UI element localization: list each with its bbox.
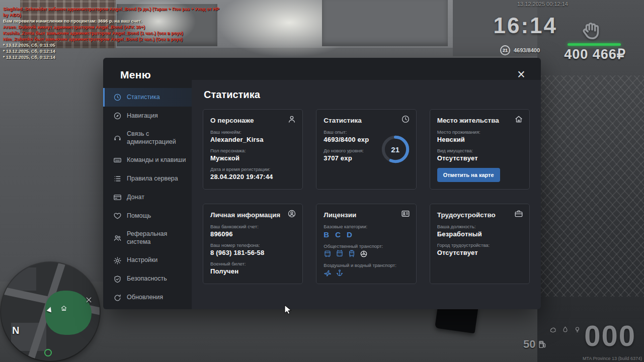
sidebar-item-referral-system[interactable]: Реферальная система bbox=[103, 225, 192, 251]
sidebar-item-label: Помощь bbox=[127, 212, 151, 220]
sidebar-item-server-rules[interactable]: Правила сервера bbox=[103, 169, 192, 188]
home-icon bbox=[514, 115, 523, 124]
field-value: Alexander_Kirsa bbox=[210, 136, 295, 143]
field-value: Отсутствует bbox=[437, 249, 522, 256]
license-category-d: D bbox=[347, 230, 352, 239]
field-label: Базовые категории: bbox=[324, 224, 409, 229]
chat-line: Arsen_Dubovik кикнут администратором Ang… bbox=[3, 24, 224, 30]
people-icon bbox=[113, 234, 122, 242]
mark-on-map-button[interactable]: Отметить на карте bbox=[437, 168, 500, 182]
briefcase-icon bbox=[514, 209, 523, 218]
level-badge: 21 bbox=[381, 135, 410, 164]
sidebar-item-label: Связь с администрацией bbox=[127, 130, 188, 146]
license-category-c: C bbox=[335, 230, 341, 239]
chat-line: * 13.12.2025, Сб, 0:11:05 bbox=[3, 42, 224, 48]
card-title: Лицензии bbox=[324, 211, 356, 219]
card-licenses: Лицензии Базовые категории: B C D Общест… bbox=[316, 204, 416, 284]
fist-icon bbox=[580, 19, 603, 42]
anchor-icon bbox=[336, 269, 344, 277]
clock-icon bbox=[113, 93, 122, 102]
chat-line: * 13.12.2025, Сб, 0:12:14 bbox=[3, 48, 224, 54]
oil-icon bbox=[561, 326, 569, 333]
sidebar-item-settings[interactable]: Настройки bbox=[103, 251, 192, 270]
chat-line: Siegfried_Schneider забанен администрато… bbox=[3, 6, 224, 18]
building bbox=[322, 0, 448, 46]
sidebar-item-security[interactable]: Безопасность bbox=[103, 270, 192, 289]
field-value: 8 (963) 181-56-58 bbox=[210, 249, 295, 256]
field-air-water-transport: Воздушный и водный транспорт: bbox=[324, 262, 409, 277]
field-label: Ваша должность: bbox=[437, 224, 522, 229]
sidebar-item-navigation[interactable]: Навигация bbox=[103, 107, 192, 125]
lights-icon bbox=[574, 326, 581, 333]
card-about-character: О персонаже Ваш никнейм: Alexander_Kirsa… bbox=[203, 109, 303, 190]
sidebar-item-label: Обновления bbox=[127, 294, 163, 302]
card-title: Трудоустройство bbox=[437, 211, 496, 219]
field-label: Дата и время регистрации: bbox=[210, 166, 295, 172]
field-label: Ваш никнейм: bbox=[210, 129, 295, 135]
card-title: О персонаже bbox=[210, 117, 254, 124]
field-registration: Дата и время регистрации: 28.04.2020 19:… bbox=[210, 166, 295, 180]
field-label: Военный билет: bbox=[210, 261, 295, 266]
level-badge: 21 bbox=[500, 45, 510, 55]
field-job: Ваша должность: Безработный bbox=[437, 224, 522, 238]
card-employment: Трудоустройство Ваша должность: Безработ… bbox=[430, 204, 530, 284]
sidebar-item-commands-keys[interactable]: Команды и клавиши bbox=[103, 151, 192, 169]
shield-icon bbox=[113, 275, 122, 284]
sidebar-item-label: Правила сервера bbox=[127, 175, 178, 183]
fuel-value: 50 bbox=[523, 338, 535, 351]
minimap-north-label: N bbox=[12, 325, 19, 336]
field-job-city: Город трудоустройства: Отсутствует bbox=[437, 242, 522, 256]
sidebar-item-label: Донат bbox=[127, 194, 144, 202]
license-category-b: B bbox=[324, 230, 329, 239]
plane-icon bbox=[324, 269, 332, 277]
sidebar-item-statistics[interactable]: Статистика bbox=[103, 88, 192, 107]
field-label: Ваш опыт: bbox=[324, 129, 409, 135]
field-label: Воздушный и водный транспорт: bbox=[324, 262, 409, 268]
field-label: Ваш банковский счет: bbox=[210, 224, 295, 229]
chat-line: Kushila_Zonta был замьючен администратор… bbox=[3, 30, 224, 36]
field-gender: Пол персонажа: Мужской bbox=[210, 148, 295, 162]
field-label: Пол персонажа: bbox=[210, 148, 295, 153]
field-label: Общественный транспорт: bbox=[324, 243, 409, 249]
heart-icon bbox=[113, 212, 122, 220]
menu-title: Меню bbox=[120, 69, 151, 81]
gear-icon bbox=[113, 256, 122, 265]
field-value: Невский bbox=[437, 136, 522, 143]
hud-level-row: 21 4693/8400 bbox=[500, 45, 540, 55]
map-marker-cross-icon bbox=[85, 296, 93, 304]
fence bbox=[540, 75, 644, 297]
chat-line: Вам перевели начисления по процентам: 36… bbox=[3, 18, 224, 24]
menu-sidebar: Статистика Навигация Связь с администрац… bbox=[103, 88, 192, 309]
sidebar-item-help[interactable]: Помощь bbox=[103, 207, 192, 225]
stats-card-grid: О персонаже Ваш никнейм: Alexander_Kirsa… bbox=[203, 109, 530, 284]
house-icon bbox=[60, 305, 67, 312]
field-label: Вид имущества: bbox=[437, 148, 522, 153]
menu-modal: Меню × Статистика Навигация Связь с адми… bbox=[103, 58, 541, 309]
public-transport-licenses bbox=[324, 250, 409, 258]
chat-line: Nim_Zubenko был замьючен администратором… bbox=[3, 36, 224, 42]
clock-icon bbox=[401, 115, 410, 124]
hud-clock: 16:14 bbox=[493, 13, 557, 38]
minimap bbox=[1, 262, 100, 361]
field-value: Мужской bbox=[210, 154, 295, 162]
field-phone: Ваш номер телефона: 8 (963) 181-56-58 bbox=[210, 242, 295, 256]
license-categories: B C D bbox=[324, 230, 409, 239]
minimap-zone-ring bbox=[44, 349, 52, 356]
sidebar-item-admin-contact[interactable]: Связь с администрацией bbox=[103, 125, 192, 151]
sidebar-item-updates[interactable]: Обновления bbox=[103, 289, 192, 307]
sidebar-item-donate[interactable]: Донат bbox=[103, 188, 192, 207]
field-residence: Место проживания: Невский bbox=[437, 129, 522, 143]
engine-icon bbox=[549, 326, 557, 333]
sidebar-item-label: Реферальная система bbox=[127, 230, 188, 246]
field-bank-account: Ваш банковский счет: 896096 bbox=[210, 224, 295, 238]
fuel-pump-icon bbox=[538, 340, 547, 349]
keyboard-icon bbox=[113, 156, 122, 164]
health-bar bbox=[568, 43, 621, 46]
field-property: Вид имущества: Отсутствует bbox=[437, 148, 522, 162]
field-value: 896096 bbox=[210, 230, 295, 238]
vehicle-indicators bbox=[549, 326, 581, 333]
card-personal-info: Личная информация Ваш банковский счет: 8… bbox=[203, 204, 303, 284]
headset-icon bbox=[113, 134, 122, 142]
sidebar-item-label: Статистика bbox=[127, 94, 160, 102]
game-screen: Siegfried_Schneider забанен администрато… bbox=[0, 0, 644, 362]
